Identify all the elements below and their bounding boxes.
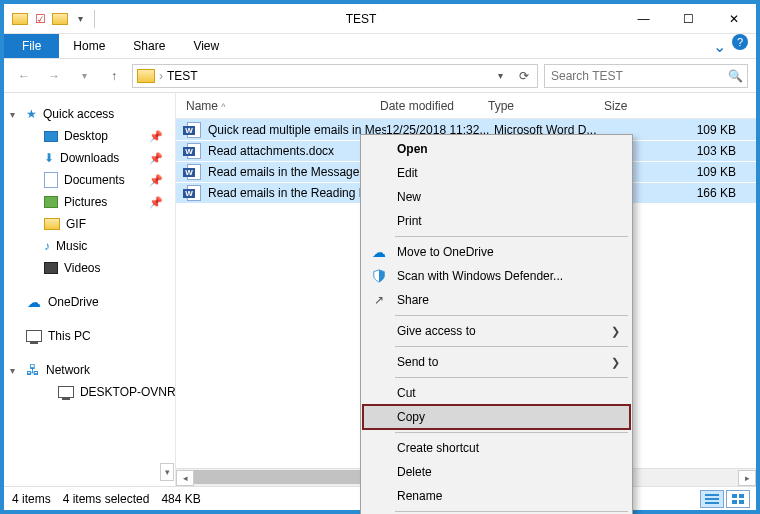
recent-locations-icon[interactable]: ▾ bbox=[72, 64, 96, 88]
search-box[interactable]: 🔍 bbox=[544, 64, 748, 88]
ctx-edit[interactable]: Edit bbox=[363, 161, 630, 185]
tab-home[interactable]: Home bbox=[59, 34, 119, 58]
ribbon-collapse-icon[interactable]: ⌄ bbox=[707, 34, 732, 58]
svg-rect-6 bbox=[739, 500, 744, 504]
qat-folder-icon[interactable] bbox=[12, 11, 28, 27]
desktop-icon bbox=[44, 131, 58, 142]
nav-scroll-down-icon[interactable]: ▾ bbox=[160, 463, 174, 481]
view-large-icons-button[interactable] bbox=[726, 490, 750, 508]
scroll-left-icon[interactable]: ◂ bbox=[176, 470, 194, 486]
minimize-button[interactable]: — bbox=[621, 4, 666, 34]
back-button[interactable]: ← bbox=[12, 64, 36, 88]
nav-label: Quick access bbox=[43, 107, 114, 121]
nav-gif[interactable]: GIF bbox=[4, 213, 175, 235]
pictures-icon bbox=[44, 196, 58, 208]
svg-rect-1 bbox=[705, 498, 719, 500]
nav-network-computer[interactable]: DESKTOP-OVNR bbox=[4, 381, 175, 403]
status-size: 484 KB bbox=[161, 492, 200, 506]
status-selected-count: 4 items selected bbox=[63, 492, 150, 506]
share-icon: ↗ bbox=[371, 292, 387, 308]
help-button[interactable]: ? bbox=[732, 34, 748, 50]
collapse-icon[interactable]: ▾ bbox=[10, 365, 15, 376]
nav-pictures[interactable]: Pictures📌 bbox=[4, 191, 175, 213]
star-icon: ★ bbox=[26, 107, 37, 121]
pin-icon: 📌 bbox=[149, 174, 163, 187]
pc-icon bbox=[58, 386, 74, 398]
address-dropdown-icon[interactable]: ▾ bbox=[492, 70, 509, 81]
window-title: TEST bbox=[101, 12, 621, 26]
svg-rect-5 bbox=[732, 500, 737, 504]
tab-share[interactable]: Share bbox=[119, 34, 179, 58]
forward-button[interactable]: → bbox=[42, 64, 66, 88]
ctx-move-onedrive[interactable]: ☁Move to OneDrive bbox=[363, 240, 630, 264]
pin-icon: 📌 bbox=[149, 130, 163, 143]
col-name[interactable]: Name ^ bbox=[186, 99, 380, 113]
ctx-give-access[interactable]: Give access to❯ bbox=[363, 319, 630, 343]
ctx-defender-scan[interactable]: Scan with Windows Defender... bbox=[363, 264, 630, 288]
ctx-new[interactable]: New bbox=[363, 185, 630, 209]
ctx-print[interactable]: Print bbox=[363, 209, 630, 233]
title-bar: ☑ ▾ TEST — ☐ ✕ bbox=[4, 4, 756, 34]
up-button[interactable]: ↑ bbox=[102, 64, 126, 88]
nav-this-pc[interactable]: This PC bbox=[4, 325, 175, 347]
qat-customize-icon[interactable]: ▾ bbox=[72, 11, 88, 27]
maximize-button[interactable]: ☐ bbox=[666, 4, 711, 34]
videos-icon bbox=[44, 262, 58, 274]
search-input[interactable] bbox=[545, 69, 723, 83]
col-size[interactable]: Size bbox=[604, 99, 756, 113]
ctx-rename[interactable]: Rename bbox=[363, 484, 630, 508]
view-details-button[interactable] bbox=[700, 490, 724, 508]
nav-desktop[interactable]: Desktop📌 bbox=[4, 125, 175, 147]
ctx-cut[interactable]: Cut bbox=[363, 381, 630, 405]
downloads-icon: ⬇ bbox=[44, 151, 54, 165]
address-folder-icon bbox=[137, 69, 155, 83]
column-headers: Name ^ Date modified Type Size bbox=[176, 93, 756, 119]
col-date[interactable]: Date modified bbox=[380, 99, 488, 113]
word-doc-icon bbox=[187, 143, 201, 159]
search-icon[interactable]: 🔍 bbox=[723, 69, 747, 83]
col-type[interactable]: Type bbox=[488, 99, 604, 113]
nav-network[interactable]: ▾🖧Network bbox=[4, 359, 175, 381]
nav-music[interactable]: ♪Music bbox=[4, 235, 175, 257]
svg-rect-0 bbox=[705, 494, 719, 496]
word-doc-icon bbox=[187, 185, 201, 201]
breadcrumb-segment[interactable]: TEST bbox=[167, 69, 198, 83]
status-item-count: 4 items bbox=[12, 492, 51, 506]
nav-onedrive[interactable]: ☁OneDrive bbox=[4, 291, 175, 313]
nav-quick-access[interactable]: ▾ ★ Quick access bbox=[4, 103, 175, 125]
explorer-window: ☑ ▾ TEST — ☐ ✕ File Home Share View ⌄ ? … bbox=[3, 3, 757, 511]
music-icon: ♪ bbox=[44, 239, 50, 253]
ctx-share[interactable]: ↗Share bbox=[363, 288, 630, 312]
navigation-pane: ▾ ★ Quick access Desktop📌 ⬇Downloads📌 Do… bbox=[4, 93, 176, 486]
ctx-copy[interactable]: Copy bbox=[363, 405, 630, 429]
cloud-icon: ☁ bbox=[371, 244, 387, 260]
svg-rect-3 bbox=[732, 494, 737, 498]
refresh-button[interactable]: ⟳ bbox=[513, 69, 535, 83]
tab-view[interactable]: View bbox=[179, 34, 233, 58]
word-doc-icon bbox=[187, 164, 201, 180]
ctx-send-to[interactable]: Send to❯ bbox=[363, 350, 630, 374]
submenu-arrow-icon: ❯ bbox=[611, 356, 620, 369]
ctx-create-shortcut[interactable]: Create shortcut bbox=[363, 436, 630, 460]
word-doc-icon bbox=[187, 122, 201, 138]
nav-downloads[interactable]: ⬇Downloads📌 bbox=[4, 147, 175, 169]
svg-rect-2 bbox=[705, 502, 719, 504]
submenu-arrow-icon: ❯ bbox=[611, 325, 620, 338]
scroll-right-icon[interactable]: ▸ bbox=[738, 470, 756, 486]
ctx-delete[interactable]: Delete bbox=[363, 460, 630, 484]
address-bar[interactable]: › TEST ▾ ⟳ bbox=[132, 64, 538, 88]
ctx-open[interactable]: Open bbox=[363, 137, 630, 161]
ribbon-tabs: File Home Share View ⌄ ? bbox=[4, 34, 756, 59]
folder-icon bbox=[44, 218, 60, 230]
tab-file[interactable]: File bbox=[4, 34, 59, 58]
nav-documents[interactable]: Documents📌 bbox=[4, 169, 175, 191]
qat-new-folder-icon[interactable] bbox=[52, 11, 68, 27]
qat-properties-icon[interactable]: ☑ bbox=[32, 11, 48, 27]
pin-icon: 📌 bbox=[149, 152, 163, 165]
nav-videos[interactable]: Videos bbox=[4, 257, 175, 279]
sort-indicator-icon: ^ bbox=[221, 102, 225, 112]
documents-icon bbox=[44, 172, 58, 188]
svg-rect-4 bbox=[739, 494, 744, 498]
close-button[interactable]: ✕ bbox=[711, 4, 756, 34]
collapse-icon[interactable]: ▾ bbox=[10, 109, 15, 120]
